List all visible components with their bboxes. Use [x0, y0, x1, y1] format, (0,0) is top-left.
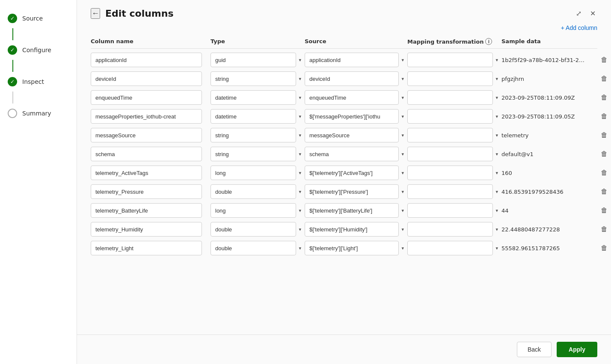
sidebar-item-source[interactable]: ✓ Source — [0, 9, 77, 28]
column-name-input[interactable] — [91, 184, 202, 199]
sample-data-cell: 1b2f5f29-a78b-4012-bf31-201... — [501, 57, 587, 63]
source-select[interactable]: enqueuedTime — [305, 90, 399, 105]
type-select[interactable]: guidstringdatetimelongdoubleintbooleanfl… — [211, 128, 296, 142]
mapping-select[interactable] — [407, 203, 493, 218]
type-select[interactable]: guidstringdatetimelongdoubleintbooleanfl… — [211, 71, 296, 86]
chevron-down-icon: ▾ — [495, 246, 498, 251]
column-name-input[interactable] — [91, 109, 202, 124]
table-headers: Column name Type Source Mapping transfor… — [91, 35, 597, 49]
sidebar-item-inspect[interactable]: ✓ Inspect — [0, 72, 77, 92]
type-select[interactable]: guidstringdatetimelongdoubleintbooleanfl… — [211, 53, 296, 67]
source-select[interactable]: deviceId — [305, 71, 399, 86]
source-select-wrapper: $['telemetry']['Light']▾ — [305, 241, 407, 255]
source-select-wrapper: $['telemetry']['ActiveTags']▾ — [305, 166, 407, 180]
type-select[interactable]: guidstringdatetimelongdoubleintbooleanfl… — [211, 222, 296, 237]
back-arrow-button[interactable]: ← — [91, 8, 100, 19]
col-header-sample: Sample data — [501, 38, 596, 45]
source-select[interactable]: $['telemetry']['ActiveTags'] — [305, 166, 399, 180]
chevron-down-icon: ▾ — [299, 189, 301, 195]
delete-row-button[interactable]: 🗑 — [596, 224, 611, 235]
delete-row-button[interactable]: 🗑 — [596, 243, 611, 254]
source-select[interactable]: $['telemetry']['Light'] — [305, 241, 399, 255]
sidebar-item-summary[interactable]: Summary — [0, 104, 77, 123]
step-icon-inspect: ✓ — [8, 77, 17, 86]
type-select[interactable]: guidstringdatetimelongdoubleintbooleanfl… — [211, 147, 296, 161]
mapping-select[interactable] — [407, 222, 493, 237]
source-select[interactable]: applicationId — [305, 53, 399, 67]
mapping-select-wrapper: ▾ — [407, 184, 501, 199]
column-name-input[interactable] — [91, 166, 202, 180]
type-select[interactable]: guidstringdatetimelongdoubleintbooleanfl… — [211, 90, 296, 105]
chevron-down-icon: ▾ — [299, 151, 301, 157]
type-select[interactable]: guidstringdatetimelongdoubleintbooleanfl… — [211, 109, 296, 124]
mapping-select[interactable] — [407, 128, 493, 142]
source-select[interactable]: schema — [305, 147, 399, 161]
chevron-down-icon: ▾ — [495, 57, 498, 63]
sample-data-cell: 2023-09-25T08:11:09.09Z — [501, 95, 587, 101]
table-row: guidstringdatetimelongdoubleintbooleanfl… — [91, 201, 597, 220]
type-select[interactable]: guidstringdatetimelongdoubleintbooleanfl… — [211, 166, 296, 180]
delete-row-button[interactable]: 🗑 — [596, 130, 611, 141]
mapping-select-wrapper: ▾ — [407, 53, 501, 67]
mapping-select-wrapper: ▾ — [407, 222, 501, 237]
header-left: ← Edit columns — [91, 8, 174, 19]
delete-row-button[interactable]: 🗑 — [596, 148, 611, 160]
back-button[interactable]: Back — [517, 342, 552, 357]
mapping-select-wrapper: ▾ — [407, 109, 501, 124]
column-name-input[interactable] — [91, 222, 202, 237]
mapping-select[interactable] — [407, 71, 493, 86]
column-name-input[interactable] — [91, 71, 202, 86]
close-button[interactable]: ✕ — [588, 8, 597, 19]
source-select[interactable]: $['telemetry']['BatteryLife'] — [305, 203, 399, 218]
mapping-select[interactable] — [407, 241, 493, 255]
sample-data-cell: 44 — [501, 207, 587, 214]
sample-data-cell: pfgzjhrn — [501, 76, 587, 82]
type-select[interactable]: guidstringdatetimelongdoubleintbooleanfl… — [211, 184, 296, 199]
column-name-input[interactable] — [91, 147, 202, 161]
type-select-wrapper: guidstringdatetimelongdoubleintbooleanfl… — [211, 222, 305, 237]
column-name-input[interactable] — [91, 53, 202, 67]
mapping-select[interactable] — [407, 166, 493, 180]
sidebar-label-configure: Configure — [22, 47, 51, 53]
mapping-select[interactable] — [407, 109, 493, 124]
column-name-input[interactable] — [91, 203, 202, 218]
sample-data-cell: 416.85391979528436 — [501, 189, 587, 195]
source-select[interactable]: messageSource — [305, 128, 399, 142]
source-select[interactable]: $['telemetry']['Pressure'] — [305, 184, 399, 199]
mapping-info-icon[interactable]: i — [485, 38, 492, 45]
expand-button[interactable]: ⤢ — [574, 8, 583, 19]
type-select[interactable]: guidstringdatetimelongdoubleintbooleanfl… — [211, 241, 296, 255]
apply-button[interactable]: Apply — [557, 342, 597, 357]
delete-row-button[interactable]: 🗑 — [596, 54, 611, 65]
source-select-wrapper: messageSource▾ — [305, 128, 407, 142]
type-select-wrapper: guidstringdatetimelongdoubleintbooleanfl… — [211, 166, 305, 180]
sidebar-item-configure[interactable]: ✓ Configure — [0, 40, 77, 60]
chevron-down-icon: ▾ — [401, 95, 404, 101]
mapping-select[interactable] — [407, 90, 493, 105]
mapping-select[interactable] — [407, 147, 493, 161]
mapping-select[interactable] — [407, 184, 493, 199]
delete-row-button[interactable]: 🗑 — [596, 73, 611, 84]
delete-row-button[interactable]: 🗑 — [596, 167, 611, 178]
step-icon-summary — [8, 109, 17, 118]
delete-row-button[interactable]: 🗑 — [596, 186, 611, 197]
column-name-input[interactable] — [91, 90, 202, 105]
chevron-down-icon: ▾ — [299, 227, 301, 232]
type-select-wrapper: guidstringdatetimelongdoubleintbooleanfl… — [211, 128, 305, 142]
mapping-select[interactable] — [407, 53, 493, 67]
step-connector-3 — [12, 92, 13, 104]
delete-row-button[interactable]: 🗑 — [596, 92, 611, 103]
source-select[interactable]: $['messageProperties']['iothu — [305, 109, 399, 124]
header-icons: ⤢ ✕ — [574, 8, 597, 19]
chevron-down-icon: ▾ — [495, 208, 498, 213]
source-select[interactable]: $['telemetry']['Humidity'] — [305, 222, 399, 237]
column-name-input[interactable] — [91, 128, 202, 142]
column-name-input[interactable] — [91, 241, 202, 255]
mapping-select-wrapper: ▾ — [407, 166, 501, 180]
delete-row-button[interactable]: 🗑 — [596, 111, 611, 122]
type-select[interactable]: guidstringdatetimelongdoubleintbooleanfl… — [211, 203, 296, 218]
source-select-wrapper: applicationId▾ — [305, 53, 407, 67]
delete-row-button[interactable]: 🗑 — [596, 205, 611, 216]
add-column-button[interactable]: + Add column — [561, 24, 597, 31]
chevron-down-icon: ▾ — [401, 208, 404, 213]
